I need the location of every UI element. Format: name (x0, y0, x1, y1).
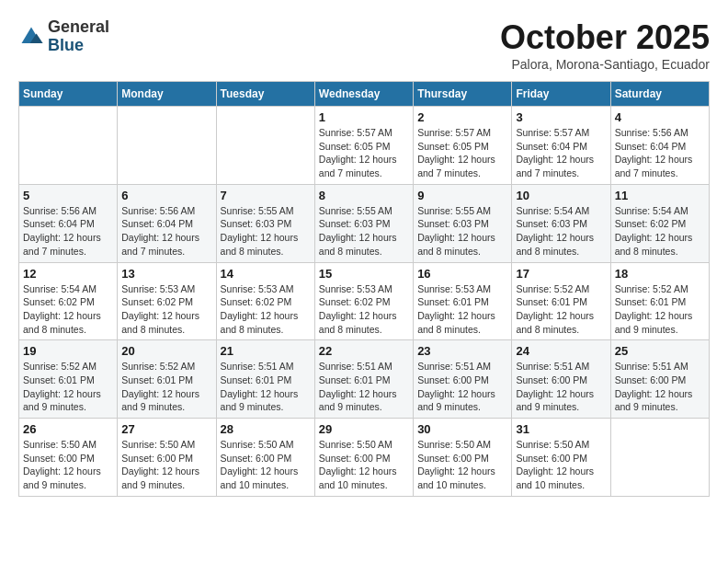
day-info: Sunrise: 5:53 AM Sunset: 6:01 PM Dayligh… (417, 282, 507, 337)
page-header: General Blue October 2025 Palora, Morona… (18, 18, 710, 72)
day-info: Sunrise: 5:56 AM Sunset: 6:04 PM Dayligh… (121, 204, 211, 259)
day-number: 27 (121, 422, 211, 436)
day-info: Sunrise: 5:54 AM Sunset: 6:02 PM Dayligh… (23, 282, 113, 337)
weekday-header-friday: Friday (512, 82, 610, 107)
calendar-table: SundayMondayTuesdayWednesdayThursdayFrid… (18, 81, 710, 497)
calendar-cell: 3Sunrise: 5:57 AM Sunset: 6:04 PM Daylig… (512, 107, 610, 185)
calendar-cell: 18Sunrise: 5:52 AM Sunset: 6:01 PM Dayli… (610, 262, 709, 340)
weekday-header-sunday: Sunday (19, 82, 118, 107)
calendar-cell: 20Sunrise: 5:52 AM Sunset: 6:01 PM Dayli… (118, 340, 216, 419)
day-number: 10 (516, 189, 606, 202)
day-number: 8 (319, 189, 409, 202)
day-number: 3 (516, 110, 606, 124)
calendar-cell: 30Sunrise: 5:50 AM Sunset: 6:00 PM Dayli… (414, 419, 512, 497)
calendar-cell: 24Sunrise: 5:51 AM Sunset: 6:00 PM Dayli… (512, 340, 610, 419)
calendar-cell (19, 107, 118, 185)
calendar-cell (610, 419, 709, 497)
day-number: 14 (221, 267, 311, 281)
day-number: 19 (23, 344, 113, 358)
day-info: Sunrise: 5:52 AM Sunset: 6:01 PM Dayligh… (121, 360, 211, 414)
calendar-cell: 25Sunrise: 5:51 AM Sunset: 6:00 PM Dayli… (610, 340, 709, 419)
day-number: 23 (417, 344, 507, 358)
day-info: Sunrise: 5:50 AM Sunset: 6:00 PM Dayligh… (417, 438, 507, 492)
day-number: 4 (615, 110, 705, 124)
day-number: 7 (221, 189, 311, 202)
day-number: 9 (417, 189, 507, 202)
day-number: 25 (615, 344, 705, 358)
calendar-cell: 6Sunrise: 5:56 AM Sunset: 6:04 PM Daylig… (118, 184, 216, 262)
calendar-cell: 8Sunrise: 5:55 AM Sunset: 6:03 PM Daylig… (314, 184, 413, 262)
calendar-cell: 14Sunrise: 5:53 AM Sunset: 6:02 PM Dayli… (216, 262, 314, 340)
day-info: Sunrise: 5:53 AM Sunset: 6:02 PM Dayligh… (319, 282, 409, 337)
calendar-cell: 26Sunrise: 5:50 AM Sunset: 6:00 PM Dayli… (19, 419, 118, 497)
day-info: Sunrise: 5:57 AM Sunset: 6:05 PM Dayligh… (417, 126, 507, 180)
calendar-cell: 5Sunrise: 5:56 AM Sunset: 6:04 PM Daylig… (19, 184, 118, 262)
day-info: Sunrise: 5:50 AM Sunset: 6:00 PM Dayligh… (319, 438, 409, 492)
logo-text-blue: Blue (48, 37, 109, 55)
calendar-cell: 2Sunrise: 5:57 AM Sunset: 6:05 PM Daylig… (414, 107, 512, 185)
day-info: Sunrise: 5:51 AM Sunset: 6:00 PM Dayligh… (615, 360, 705, 414)
day-number: 12 (23, 267, 113, 281)
day-info: Sunrise: 5:54 AM Sunset: 6:02 PM Dayligh… (615, 204, 705, 259)
calendar-cell: 1Sunrise: 5:57 AM Sunset: 6:05 PM Daylig… (314, 107, 413, 185)
day-info: Sunrise: 5:56 AM Sunset: 6:04 PM Dayligh… (615, 126, 705, 180)
day-info: Sunrise: 5:57 AM Sunset: 6:05 PM Dayligh… (319, 126, 409, 180)
day-number: 30 (417, 422, 507, 436)
day-number: 28 (221, 422, 311, 436)
day-info: Sunrise: 5:53 AM Sunset: 6:02 PM Dayligh… (121, 282, 211, 337)
logo-text-general: General (48, 18, 109, 37)
calendar-week-row: 1Sunrise: 5:57 AM Sunset: 6:05 PM Daylig… (19, 107, 710, 185)
day-number: 17 (516, 267, 606, 281)
calendar-cell: 23Sunrise: 5:51 AM Sunset: 6:00 PM Dayli… (414, 340, 512, 419)
day-info: Sunrise: 5:51 AM Sunset: 6:01 PM Dayligh… (221, 360, 311, 414)
calendar-week-row: 5Sunrise: 5:56 AM Sunset: 6:04 PM Daylig… (19, 184, 710, 262)
day-number: 6 (121, 189, 211, 202)
day-info: Sunrise: 5:50 AM Sunset: 6:00 PM Dayligh… (221, 438, 311, 492)
calendar-cell: 4Sunrise: 5:56 AM Sunset: 6:04 PM Daylig… (610, 107, 709, 185)
logo: General Blue (18, 18, 109, 55)
calendar-week-row: 19Sunrise: 5:52 AM Sunset: 6:01 PM Dayli… (19, 340, 710, 419)
weekday-header-monday: Monday (118, 82, 216, 107)
day-number: 15 (319, 267, 409, 281)
day-info: Sunrise: 5:53 AM Sunset: 6:02 PM Dayligh… (221, 282, 311, 337)
day-info: Sunrise: 5:52 AM Sunset: 6:01 PM Dayligh… (516, 282, 606, 337)
day-number: 5 (23, 189, 113, 202)
calendar-cell: 17Sunrise: 5:52 AM Sunset: 6:01 PM Dayli… (512, 262, 610, 340)
day-number: 24 (516, 344, 606, 358)
day-info: Sunrise: 5:55 AM Sunset: 6:03 PM Dayligh… (221, 204, 311, 259)
day-info: Sunrise: 5:55 AM Sunset: 6:03 PM Dayligh… (319, 204, 409, 259)
calendar-cell: 28Sunrise: 5:50 AM Sunset: 6:00 PM Dayli… (216, 419, 314, 497)
day-info: Sunrise: 5:52 AM Sunset: 6:01 PM Dayligh… (23, 360, 113, 414)
calendar-cell: 12Sunrise: 5:54 AM Sunset: 6:02 PM Dayli… (19, 262, 118, 340)
calendar-cell: 9Sunrise: 5:55 AM Sunset: 6:03 PM Daylig… (414, 184, 512, 262)
day-number: 22 (319, 344, 409, 358)
weekday-header-saturday: Saturday (610, 82, 709, 107)
calendar-cell: 7Sunrise: 5:55 AM Sunset: 6:03 PM Daylig… (216, 184, 314, 262)
day-info: Sunrise: 5:56 AM Sunset: 6:04 PM Dayligh… (23, 204, 113, 259)
weekday-header-thursday: Thursday (414, 82, 512, 107)
calendar-cell: 21Sunrise: 5:51 AM Sunset: 6:01 PM Dayli… (216, 340, 314, 419)
location-subtitle: Palora, Morona-Santiago, Ecuador (500, 57, 710, 72)
day-number: 20 (121, 344, 211, 358)
day-number: 29 (319, 422, 409, 436)
day-number: 13 (121, 267, 211, 281)
day-number: 26 (23, 422, 113, 436)
day-info: Sunrise: 5:51 AM Sunset: 6:01 PM Dayligh… (319, 360, 409, 414)
logo-icon (18, 24, 44, 50)
weekday-header-wednesday: Wednesday (314, 82, 413, 107)
calendar-cell: 19Sunrise: 5:52 AM Sunset: 6:01 PM Dayli… (19, 340, 118, 419)
day-info: Sunrise: 5:50 AM Sunset: 6:00 PM Dayligh… (516, 438, 606, 492)
day-number: 21 (221, 344, 311, 358)
day-info: Sunrise: 5:54 AM Sunset: 6:03 PM Dayligh… (516, 204, 606, 259)
title-area: October 2025 Palora, Morona-Santiago, Ec… (500, 18, 710, 72)
day-number: 11 (615, 189, 705, 202)
day-info: Sunrise: 5:55 AM Sunset: 6:03 PM Dayligh… (417, 204, 507, 259)
calendar-cell: 10Sunrise: 5:54 AM Sunset: 6:03 PM Dayli… (512, 184, 610, 262)
calendar-cell (216, 107, 314, 185)
weekday-header-row: SundayMondayTuesdayWednesdayThursdayFrid… (19, 82, 710, 107)
day-info: Sunrise: 5:51 AM Sunset: 6:00 PM Dayligh… (516, 360, 606, 414)
day-number: 1 (319, 110, 409, 124)
weekday-header-tuesday: Tuesday (216, 82, 314, 107)
calendar-cell: 22Sunrise: 5:51 AM Sunset: 6:01 PM Dayli… (314, 340, 413, 419)
calendar-cell: 16Sunrise: 5:53 AM Sunset: 6:01 PM Dayli… (414, 262, 512, 340)
